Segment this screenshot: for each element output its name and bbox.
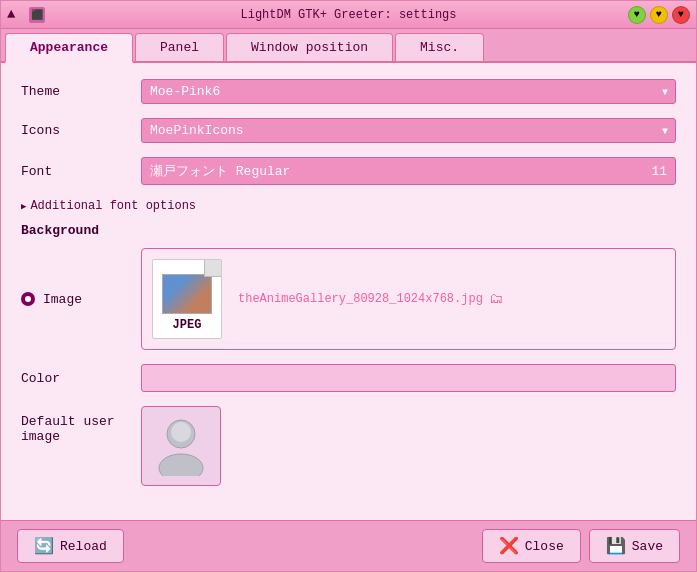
reload-button[interactable]: 🔄 Reload	[17, 529, 124, 563]
close-label: Close	[525, 539, 564, 554]
save-icon: 💾	[606, 536, 626, 556]
user-avatar-box[interactable]	[141, 406, 221, 486]
image-filename-area: theAnimeGallery_80928_1024x768.jpg 🗂	[238, 291, 503, 307]
additional-font-options[interactable]: Additional font options	[21, 199, 676, 213]
minimize-button[interactable]: ♥	[628, 6, 646, 24]
image-row: Image JPEG theAnimeGallery_80928_1024x76…	[21, 248, 676, 350]
svg-point-1	[159, 454, 203, 476]
icons-control: MoePinkIcons	[141, 118, 676, 143]
font-size: 11	[651, 164, 667, 179]
close-icon: ❌	[499, 536, 519, 556]
close-window-button[interactable]: ♥	[672, 6, 690, 24]
titlebar-controls: ♥ ♥ ♥	[628, 6, 690, 24]
theme-select[interactable]: Moe-Pink6	[141, 79, 676, 104]
additional-font-label: Additional font options	[30, 199, 196, 213]
close-button[interactable]: ❌ Close	[482, 529, 581, 563]
font-display[interactable]: 瀬戸フォント Regular 11	[141, 157, 676, 185]
theme-row: Theme Moe-Pink6	[21, 79, 676, 104]
titlebar: ▲ ⬛ LightDM GTK+ Greeter: settings ♥ ♥ ♥	[1, 1, 696, 29]
theme-select-wrapper: Moe-Pink6	[141, 79, 676, 104]
user-avatar-svg	[154, 416, 209, 476]
default-user-row: Default user image	[21, 406, 676, 486]
image-label: Image	[43, 292, 82, 307]
background-section-title: Background	[21, 223, 676, 238]
save-button[interactable]: 💾 Save	[589, 529, 680, 563]
tab-bar: Appearance Panel Window position Misc.	[1, 29, 696, 63]
font-name: 瀬戸フォント Regular	[150, 162, 290, 180]
reload-label: Reload	[60, 539, 107, 554]
color-row: Color	[21, 364, 676, 392]
filename-text: theAnimeGallery_80928_1024x768.jpg	[238, 292, 483, 306]
font-control: 瀬戸フォント Regular 11	[141, 157, 676, 185]
main-window: ▲ ⬛ LightDM GTK+ Greeter: settings ♥ ♥ ♥…	[0, 0, 697, 572]
jpeg-label: JPEG	[173, 318, 202, 332]
color-input[interactable]	[141, 364, 676, 392]
font-label: Font	[21, 164, 141, 179]
tab-misc[interactable]: Misc.	[395, 33, 484, 61]
jpeg-thumbnail	[162, 274, 212, 314]
icons-select-wrapper: MoePinkIcons	[141, 118, 676, 143]
svg-point-2	[171, 422, 191, 442]
image-box[interactable]: JPEG theAnimeGallery_80928_1024x768.jpg …	[141, 248, 676, 350]
upload-icon[interactable]: ▲	[7, 6, 25, 24]
tab-appearance[interactable]: Appearance	[5, 33, 133, 63]
window-title: LightDM GTK+ Greeter: settings	[240, 8, 456, 22]
color-label: Color	[21, 371, 141, 386]
theme-control: Moe-Pink6	[141, 79, 676, 104]
footer-left: 🔄 Reload	[17, 529, 124, 563]
file-open-icon[interactable]: 🗂	[489, 291, 503, 307]
reload-icon: 🔄	[34, 536, 54, 556]
tab-window-position[interactable]: Window position	[226, 33, 393, 61]
footer: 🔄 Reload ❌ Close 💾 Save	[1, 520, 696, 571]
font-row: Font 瀬戸フォント Regular 11	[21, 157, 676, 185]
image-radio[interactable]	[21, 292, 35, 306]
icons-select[interactable]: MoePinkIcons	[141, 118, 676, 143]
footer-right: ❌ Close 💾 Save	[482, 529, 680, 563]
image-radio-label: Image	[21, 292, 141, 307]
app-icon: ⬛	[29, 7, 45, 23]
icons-label: Icons	[21, 123, 141, 138]
titlebar-left: ▲ ⬛	[7, 6, 45, 24]
theme-label: Theme	[21, 84, 141, 99]
jpeg-icon: JPEG	[152, 259, 222, 339]
save-label: Save	[632, 539, 663, 554]
icons-row: Icons MoePinkIcons	[21, 118, 676, 143]
maximize-button[interactable]: ♥	[650, 6, 668, 24]
background-section: Image JPEG theAnimeGallery_80928_1024x76…	[21, 248, 676, 392]
tab-panel[interactable]: Panel	[135, 33, 224, 61]
content-area: Theme Moe-Pink6 Icons MoePinkIcons	[1, 63, 696, 520]
default-user-label: Default user image	[21, 406, 141, 444]
